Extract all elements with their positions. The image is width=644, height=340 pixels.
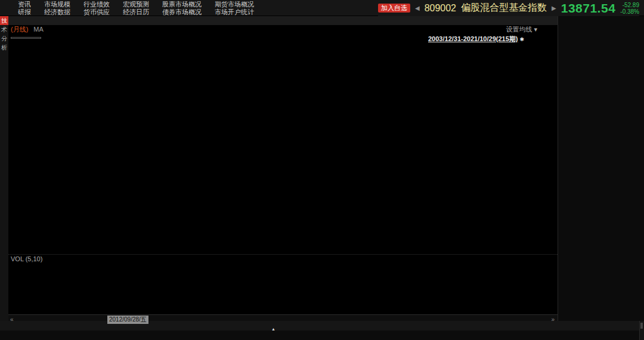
crosshair-date-tooltip: 2012/09/28/五 bbox=[107, 316, 148, 324]
top-menu-bar: 资讯市场规模行业绩效宏观预测股票市场概况期货市场概况 研报经济数据货币供应经济日… bbox=[0, 0, 644, 16]
indicator-toolbar bbox=[0, 321, 644, 330]
menu-item[interactable]: 经济数据 bbox=[44, 8, 70, 16]
vertical-tab-char[interactable]: 术 bbox=[0, 25, 8, 34]
app-root: 资讯市场规模行业绩效宏观预测股票市场概况期货市场概况 研报经济数据货币供应经济日… bbox=[0, 0, 644, 340]
change-value: -52.89 bbox=[620, 2, 639, 8]
vertical-tab-char[interactable]: 析 bbox=[0, 43, 8, 52]
ma-settings-button[interactable]: 设置均线 ▾ bbox=[506, 25, 537, 34]
range-marker-icon: ✱ bbox=[519, 36, 524, 42]
main-menus: 资讯市场规模行业绩效宏观预测股票市场概况期货市场概况 研报经济数据货币供应经济日… bbox=[18, 1, 254, 16]
menu-item[interactable]: 期货市场概况 bbox=[215, 1, 254, 8]
symbol-code: 809002 bbox=[425, 3, 456, 14]
corner-scrollbar[interactable] bbox=[639, 321, 644, 340]
menu-row-2: 研报经济数据货币供应经济日历债券市场概况市场开户统计 bbox=[18, 8, 254, 16]
menu-item[interactable]: 市场规模 bbox=[44, 1, 70, 8]
volume-indicator-bar: VOL (5,10) bbox=[8, 254, 558, 262]
menu-item[interactable]: 股票市场概况 bbox=[162, 1, 202, 8]
menu-item[interactable]: 研报 bbox=[18, 8, 31, 16]
bottom-tabs-bar bbox=[0, 330, 644, 340]
ma-values-bar: (月线) MA 设置均线 ▾ bbox=[8, 25, 558, 33]
corner-scroll-thumb[interactable] bbox=[640, 323, 643, 329]
menu-item[interactable]: 市场开户统计 bbox=[215, 8, 254, 16]
vol-name: VOL (5,10) bbox=[11, 255, 42, 262]
vertical-tab-char[interactable]: 技 bbox=[0, 16, 8, 25]
page-caret-icon: ▲ bbox=[271, 327, 275, 331]
date-range-label: 2003/12/31-2021/10/29(215期)✱ bbox=[428, 35, 524, 44]
change-percent: -0.38% bbox=[620, 8, 639, 15]
left-vertical-tab[interactable]: 技术分析 bbox=[0, 16, 8, 321]
price-change: -52.89 -0.38% bbox=[620, 2, 639, 15]
quote-header: 加入自选 ◀ 809002 偏股混合型基金指数 ▶ 13871.54 -52.8… bbox=[378, 0, 639, 16]
menu-item[interactable]: 行业绩效 bbox=[83, 1, 110, 8]
period-toolbar bbox=[8, 16, 558, 25]
chart-column: (月线) MA 设置均线 ▾ 2003/12/31-2021/10/29(215… bbox=[8, 16, 558, 321]
menu-item[interactable]: 货币供应 bbox=[83, 8, 110, 16]
menu-item[interactable]: 资讯 bbox=[18, 1, 31, 8]
prev-symbol-icon[interactable]: ◀ bbox=[415, 5, 420, 11]
candlestick-chart-area[interactable]: 2003/12/31-2021/10/29(215期)✱ bbox=[8, 33, 558, 254]
vertical-tab-char[interactable]: 分 bbox=[0, 34, 8, 43]
next-symbol-icon[interactable]: ▶ bbox=[552, 5, 556, 11]
period-label: (月线) bbox=[11, 25, 28, 34]
volume-pane[interactable] bbox=[8, 262, 558, 312]
menu-row-1: 资讯市场规模行业绩效宏观预测股票市场概况期货市场概况 bbox=[18, 1, 254, 8]
candlestick-chart[interactable] bbox=[8, 33, 558, 254]
ma-prefix: MA bbox=[33, 26, 44, 33]
market-summary-panel bbox=[558, 16, 644, 321]
menu-item[interactable]: 经济日历 bbox=[123, 8, 149, 16]
menu-item[interactable]: 债券市场概况 bbox=[162, 8, 202, 16]
menu-item[interactable]: 宏观预测 bbox=[123, 1, 149, 8]
last-price: 13871.54 bbox=[561, 1, 616, 16]
symbol-name: 偏股混合型基金指数 bbox=[461, 2, 547, 14]
add-watchlist-button[interactable]: 加入自选 bbox=[378, 4, 410, 13]
ohlc-info-box[interactable] bbox=[11, 37, 41, 39]
